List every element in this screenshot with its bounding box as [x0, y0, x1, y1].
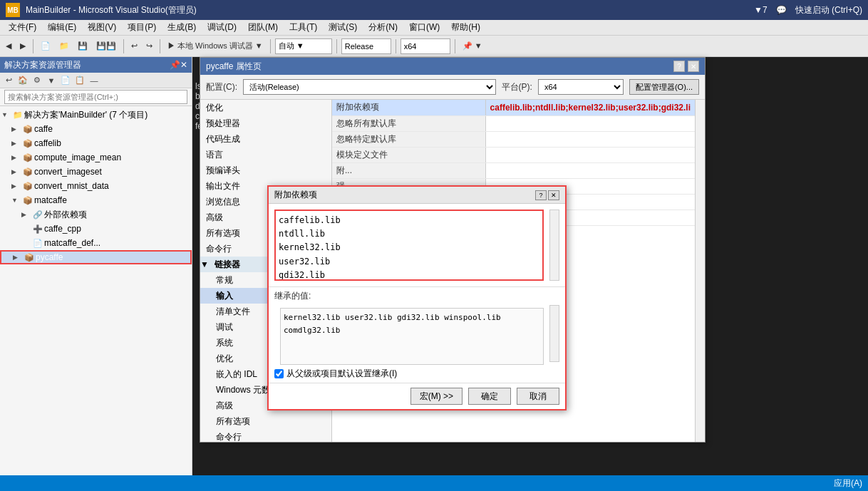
prop-tree-language[interactable]: 语言	[200, 147, 331, 162]
add-dep-input[interactable]: caffelib.lib ntdll.lib kernel32.lib user…	[274, 210, 544, 281]
menu-view[interactable]: 视图(V)	[82, 20, 122, 35]
prop-val-ignore-all[interactable]	[485, 115, 695, 131]
menu-team[interactable]: 团队(M)	[242, 20, 284, 35]
add-dep-title-bar: 附加依赖项 ? ✕	[269, 187, 565, 204]
add-dep-close-btn[interactable]: ✕	[548, 190, 559, 200]
add-dep-help-btn[interactable]: ?	[535, 190, 547, 200]
tree-matcaffe[interactable]: ▼ 📦 matcaffe	[0, 193, 192, 207]
auto-dropdown[interactable]: 自动 ▼	[275, 38, 332, 54]
config-select[interactable]: 活动(Release)	[243, 79, 496, 95]
tree-caffe-cpp[interactable]: ➕ caffe_cpp	[0, 222, 192, 236]
toolbar-back-btn[interactable]: ◀	[3, 38, 14, 54]
prop-tree-preprocessor[interactable]: 预处理器	[200, 115, 331, 131]
solution-explorer-title: 解决方案资源管理器	[4, 59, 81, 71]
add-dep-textarea-area: caffelib.lib ntdll.lib kernel32.lib user…	[269, 204, 565, 286]
toolbar-forward-btn[interactable]: ▶	[17, 38, 29, 54]
add-dep-inherited-area: kernel32.lib user32.lib gdi32.lib winspo…	[274, 305, 559, 362]
se-minus-btn[interactable]: —	[87, 74, 101, 87]
menu-edit[interactable]: 编辑(E)	[42, 20, 82, 35]
quick-launch[interactable]: 快速启动 (Ctrl+Q)	[795, 4, 862, 16]
menu-debug[interactable]: 调试(D)	[202, 20, 242, 35]
chat-icon[interactable]: 💬	[776, 5, 787, 15]
toolbar-sep-6	[396, 39, 396, 53]
se-home-btn[interactable]: 🏠	[16, 74, 30, 87]
prop-tree-pch[interactable]: 预编译头	[200, 162, 331, 178]
se-new-btn[interactable]: 📄	[58, 74, 73, 87]
se-pin-icon[interactable]: 📌✕	[170, 60, 187, 70]
notification-count[interactable]: ▼7	[754, 5, 768, 15]
tree-convert-imageset[interactable]: ▶ 📦 convert_imageset	[0, 165, 192, 179]
platform-label: 平台(P):	[502, 81, 532, 93]
prop-row-additional-deps[interactable]: 附加依赖项 caffelib.lib;ntdll.lib;kernel32.li…	[332, 100, 695, 115]
toolbar-extra-btn[interactable]: 📌 ▼	[460, 38, 485, 54]
prop-key-ignore-specific: 忽略特定默认库	[332, 131, 485, 147]
inherit-checkbox-label: 从父级或项目默认设置继承(I)	[286, 368, 397, 380]
menu-tools[interactable]: 工具(T)	[284, 20, 323, 35]
menu-analyze[interactable]: 分析(N)	[363, 20, 403, 35]
prop-row-module-def[interactable]: 模块定义文件	[332, 147, 695, 162]
se-search-input[interactable]	[4, 90, 187, 104]
tree-compute[interactable]: ▶ 📦 compute_image_mean	[0, 150, 192, 165]
se-sync-btn[interactable]: ↩	[1, 74, 16, 87]
add-dep-inherited-list: kernel32.lib user32.lib gdi32.lib winspo…	[280, 308, 544, 365]
se-copy-btn[interactable]: 📋	[73, 74, 87, 87]
solution-tree: ▼ 📁 解决方案'MainBuilder' (7 个项目) ▶ 📦 caffe …	[0, 106, 192, 475]
solution-explorer: 解决方案资源管理器 📌✕ ↩ 🏠 ⚙ ▼ 📄 📋 — ▼ 📁 解决方案'Main…	[0, 57, 192, 475]
menu-test[interactable]: 测试(S)	[323, 20, 363, 35]
tree-caffe[interactable]: ▶ 📦 caffe	[0, 122, 192, 136]
se-settings-btn[interactable]: ⚙	[30, 74, 44, 87]
add-dep-input-scrollbar[interactable]	[549, 210, 559, 281]
toolbar-new-btn[interactable]: 📄	[38, 38, 53, 54]
menu-file[interactable]: 文件(F)	[3, 20, 42, 35]
prop-scrollbar[interactable]	[695, 100, 705, 442]
prop-val-ignore-specific[interactable]	[485, 131, 695, 147]
tree-caffelib[interactable]: ▶ 📦 caffelib	[0, 136, 192, 150]
menu-build[interactable]: 生成(B)	[162, 20, 202, 35]
macro-btn[interactable]: 宏(M) >>	[410, 388, 463, 405]
config-manager-btn[interactable]: 配置管理器(O)...	[629, 79, 699, 95]
title-bar-controls[interactable]: ▼7 💬 快速启动 (Ctrl+Q)	[754, 4, 862, 16]
toolbar-sep-4	[270, 39, 271, 53]
prop-help-btn[interactable]: ?	[673, 61, 685, 72]
prop-row-ignore-specific[interactable]: 忽略特定默认库	[332, 131, 695, 147]
prop-close-btn[interactable]: ✕	[688, 61, 699, 72]
prop-val-additional-deps[interactable]: caffelib.lib;ntdll.lib;kernel32.lib;user…	[485, 100, 695, 115]
menu-window[interactable]: 窗口(W)	[403, 20, 445, 35]
platform-select[interactable]: x64	[538, 79, 624, 95]
apply-btn[interactable]: 应用(A)	[834, 477, 862, 490]
toolbar-open-btn[interactable]: 📁	[56, 38, 72, 54]
prop-tree-optimize[interactable]: 优化	[200, 100, 331, 115]
ok-btn[interactable]: 确定	[468, 388, 511, 405]
add-dep-controls[interactable]: ? ✕	[535, 190, 559, 200]
toolbar-save-btn[interactable]: 💾	[75, 38, 91, 54]
prop-tree-codegen[interactable]: 代码生成	[200, 131, 331, 147]
se-search-area[interactable]	[0, 88, 192, 106]
prop-row-ignore-default[interactable]: 忽略所有默认库	[332, 115, 695, 131]
tree-pycaffe[interactable]: ▶ 📦 pycaffe	[0, 250, 192, 264]
cancel-btn[interactable]: 取消	[517, 388, 559, 405]
toolbar-save-all-btn[interactable]: 💾💾	[93, 38, 119, 54]
status-bar: 应用(A)	[0, 475, 868, 491]
menu-help[interactable]: 帮助(H)	[445, 20, 486, 35]
platform-dropdown[interactable]: x64	[401, 38, 450, 54]
build-config-dropdown[interactable]: Release	[341, 38, 391, 54]
prop-tree-allopts2[interactable]: 所有选项	[200, 413, 331, 429]
tree-external-deps[interactable]: ▶ 🔗 外部依赖项	[0, 207, 192, 222]
add-dep-inherited-scrollbar[interactable]	[549, 305, 559, 362]
inherit-checkbox[interactable]	[274, 369, 284, 378]
toolbar-undo-btn[interactable]: ↩	[128, 38, 140, 54]
prop-row-attach[interactable]: 附...	[332, 162, 695, 178]
prop-val-attach[interactable]	[485, 162, 695, 178]
prop-dialog-controls[interactable]: ? ✕	[673, 61, 699, 72]
prop-tree-cmdline2[interactable]: 命令行	[200, 429, 331, 442]
tree-solution[interactable]: ▼ 📁 解决方案'MainBuilder' (7 个项目)	[0, 108, 192, 122]
se-filter-btn[interactable]: ▼	[44, 74, 58, 87]
toolbar-redo-btn[interactable]: ↪	[143, 38, 155, 54]
menu-project[interactable]: 项目(P)	[122, 20, 162, 35]
menu-bar: 文件(F) 编辑(E) 视图(V) 项目(P) 生成(B) 调试(D) 团队(M…	[0, 20, 868, 36]
prop-val-module-def[interactable]	[485, 147, 695, 162]
tree-matcaffe-def[interactable]: 📄 matcaffe_def...	[0, 236, 192, 250]
prop-key-attach: 附...	[332, 162, 485, 178]
tree-convert-mnist[interactable]: ▶ 📦 convert_mnist_data	[0, 179, 192, 193]
toolbar-start-btn[interactable]: ▶ 本地 Windows 调试器 ▼	[165, 38, 266, 54]
